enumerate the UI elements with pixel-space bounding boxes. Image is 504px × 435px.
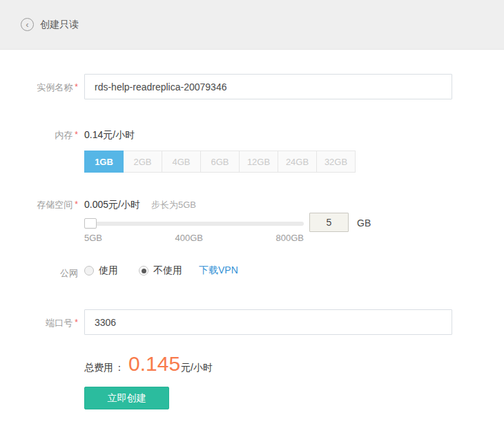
back-icon[interactable]: ‹ xyxy=(21,18,34,31)
storage-value-input[interactable] xyxy=(309,213,349,232)
storage-slider-track[interactable] xyxy=(84,222,304,226)
total-cost-amount: 0.145 xyxy=(128,354,180,374)
memory-option-4gb[interactable]: 4GB xyxy=(162,151,201,173)
storage-slider-ticks: 5GB 400GB 800GB xyxy=(84,233,304,243)
instance-name-label: 实例名称* xyxy=(0,82,78,93)
memory-option-32gb[interactable]: 32GB xyxy=(316,151,356,173)
tick-mid: 400GB xyxy=(175,233,203,243)
radio-unselected-icon xyxy=(84,266,94,276)
create-read-replica-page: ‹ 创建只读 实例名称* 内存* 0.14元/小时 1GB 2GB 4GB 6G… xyxy=(0,0,504,435)
memory-option-12gb[interactable]: 12GB xyxy=(239,151,278,173)
required-asterisk: * xyxy=(75,200,78,209)
create-now-button[interactable]: 立即创建 xyxy=(84,387,169,409)
tick-max: 800GB xyxy=(276,233,304,243)
storage-label-text: 存储空间 xyxy=(37,200,72,210)
network-label: 公网 xyxy=(0,268,78,278)
memory-label: 内存* xyxy=(0,130,78,140)
instance-name-input[interactable] xyxy=(84,74,452,99)
required-asterisk: * xyxy=(75,318,78,327)
memory-option-1gb[interactable]: 1GB xyxy=(84,151,124,173)
storage-slider xyxy=(84,218,304,229)
memory-label-text: 内存 xyxy=(55,130,72,140)
memory-price: 0.14元/小时 xyxy=(84,129,135,140)
required-asterisk: * xyxy=(75,130,78,139)
port-label-text: 端口号 xyxy=(46,318,72,328)
memory-option-24gb[interactable]: 24GB xyxy=(278,151,317,173)
tick-min: 5GB xyxy=(84,233,102,243)
memory-option-6gb[interactable]: 6GB xyxy=(200,151,240,173)
download-vpn-link[interactable]: 下载VPN xyxy=(199,264,238,277)
port-input[interactable] xyxy=(84,309,452,335)
required-asterisk: * xyxy=(75,82,78,92)
instance-name-label-text: 实例名称 xyxy=(37,82,72,93)
storage-unit-label: GB xyxy=(357,218,371,229)
storage-slider-handle[interactable] xyxy=(84,218,97,229)
storage-price-line: 0.005元/小时步长为5GB xyxy=(84,199,196,211)
storage-price: 0.005元/小时 xyxy=(84,199,140,210)
total-cost-unit: 元/小时 xyxy=(181,362,213,374)
network-label-text: 公网 xyxy=(60,268,78,278)
port-label: 端口号* xyxy=(0,318,78,328)
radio-selected-icon xyxy=(139,266,148,276)
storage-step-hint: 步长为5GB xyxy=(151,200,196,210)
memory-option-2gb[interactable]: 2GB xyxy=(123,151,162,173)
storage-label: 存储空间* xyxy=(0,200,78,210)
total-cost-separator: ： xyxy=(115,362,124,374)
total-cost: 总费用 ： 0.145 元/小时 xyxy=(84,354,213,374)
network-radio-group: 使用 不使用 下载VPN xyxy=(84,264,238,277)
memory-size-options: 1GB 2GB 4GB 6GB 12GB 24GB 32GB xyxy=(84,151,356,173)
radio-dot xyxy=(142,269,146,273)
radio-use-public-network[interactable]: 使用 xyxy=(84,264,118,277)
radio-no-use-label: 不使用 xyxy=(153,264,182,277)
page-header: ‹ 创建只读 xyxy=(0,0,504,50)
total-cost-label: 总费用 xyxy=(84,362,113,374)
page-title: 创建只读 xyxy=(40,19,79,31)
radio-use-label: 使用 xyxy=(99,264,118,277)
radio-no-public-network[interactable]: 不使用 xyxy=(139,264,182,277)
